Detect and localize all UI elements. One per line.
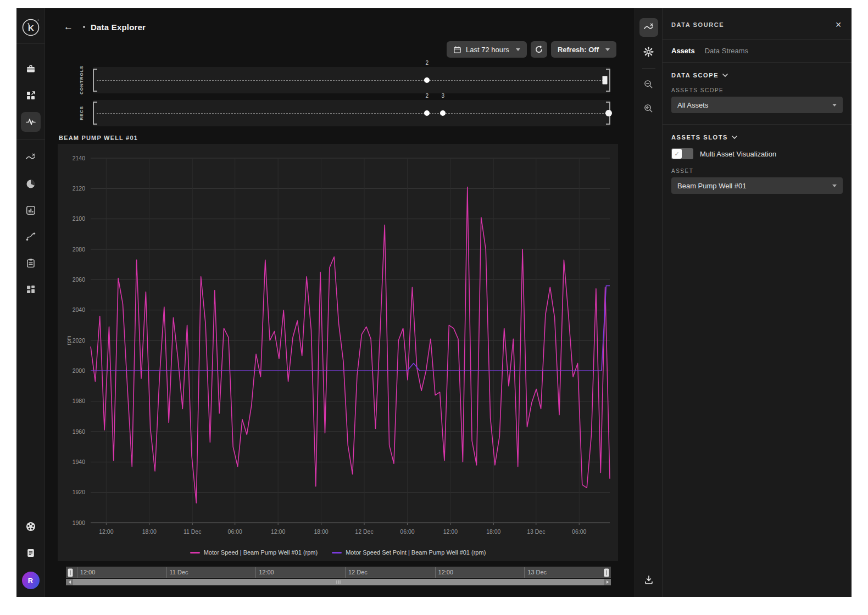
- track-marker-count: 2: [425, 93, 429, 99]
- back-button[interactable]: ←: [64, 21, 73, 32]
- band-separator: [166, 567, 167, 578]
- panel-title: DATA SOURCE: [671, 21, 724, 28]
- trend-tool-button[interactable]: [639, 18, 658, 37]
- assets-scope-value: All Assets: [677, 101, 708, 109]
- set-point-swatch: [332, 552, 342, 554]
- caret-down-icon: [605, 48, 610, 51]
- time-range-button[interactable]: Last 72 hours: [447, 41, 527, 58]
- sidebar-item-toolbox[interactable]: [21, 59, 41, 79]
- chart-settings-button[interactable]: [639, 42, 658, 61]
- x-tick-label: 18:00: [486, 528, 500, 535]
- chart-title: BEAM PUMP WELL #01: [59, 135, 138, 141]
- data-scope-section-header[interactable]: DATA SCOPE: [663, 63, 852, 79]
- close-icon[interactable]: ✕: [835, 20, 842, 29]
- y-tick-label: 2140: [73, 155, 86, 161]
- y-tick-label: 2120: [73, 185, 86, 192]
- refresh-mode-label: Refresh: Off: [558, 46, 599, 54]
- scroll-left-arrow[interactable]: [66, 579, 73, 585]
- track-marker-count: 2: [425, 60, 429, 66]
- sidebar-item-time-charts[interactable]: [21, 174, 41, 194]
- chart-panel[interactable]: 1900192019401960198020002020204020602080…: [58, 144, 618, 561]
- zoom-reset-button[interactable]: [639, 99, 658, 118]
- track-marker-dot[interactable]: [424, 110, 430, 116]
- toggle-check-icon: ✓: [672, 149, 682, 159]
- sidebar-item-bar-charts[interactable]: [21, 200, 41, 220]
- sidebar-item-data-explorer[interactable]: [21, 112, 41, 132]
- assets-scope-select[interactable]: All Assets: [671, 97, 843, 113]
- x-tick-label: 06:00: [572, 528, 586, 535]
- refresh-button[interactable]: [531, 41, 547, 58]
- time-chart-icon: [25, 178, 36, 189]
- time-range-label: Last 72 hours: [466, 46, 509, 54]
- data-source-panel: DATA SOURCE ✕ Assets Data Streams DATA S…: [662, 8, 852, 597]
- x-tick-label: 12:00: [443, 528, 458, 535]
- download-icon: [643, 574, 654, 585]
- multi-asset-toggle[interactable]: ✓: [671, 148, 693, 159]
- scroll-right-arrow[interactable]: [604, 579, 611, 585]
- trend-tool-icon: [643, 22, 654, 33]
- recs-track[interactable]: RECS 23: [93, 100, 610, 126]
- refresh-mode-button[interactable]: Refresh: Off: [551, 41, 616, 58]
- legend-item-set-point[interactable]: Motor Speed Set Point | Beam Pump Well #…: [332, 549, 486, 556]
- sidebar-item-docs[interactable]: [21, 543, 41, 563]
- caret-down-icon: [832, 185, 837, 187]
- time-brush-band[interactable]: 12:0011 Dec12:0012 Dec12:0013 Dec: [66, 567, 611, 578]
- zoom-out-icon: [643, 79, 654, 90]
- refresh-icon: [535, 45, 543, 54]
- caret-down-icon: [516, 48, 520, 51]
- svg-text:K: K: [28, 23, 34, 32]
- set-point-line[interactable]: [91, 286, 610, 371]
- sidebar-item-dashboards[interactable]: [21, 86, 41, 105]
- scrollbar-thumb[interactable]: [73, 579, 604, 585]
- tab-assets[interactable]: Assets: [671, 47, 695, 55]
- motor-speed-line[interactable]: [91, 187, 610, 503]
- asset-value: Beam Pump Well #01: [677, 182, 747, 190]
- controls-track[interactable]: CONTROLS 2: [93, 67, 610, 93]
- band-time-label: 13 Dec: [527, 569, 547, 575]
- user-avatar[interactable]: R: [22, 572, 40, 589]
- sidebar-item-support[interactable]: [21, 517, 41, 536]
- sidebar-item-workflows[interactable]: [21, 227, 41, 247]
- workflow-icon: [25, 231, 36, 242]
- sidebar-item-trends[interactable]: [21, 148, 41, 167]
- asset-select[interactable]: Beam Pump Well #01: [671, 177, 843, 194]
- tab-data-streams[interactable]: Data Streams: [705, 47, 748, 55]
- band-separator: [255, 567, 256, 578]
- y-axis-title: rpm: [66, 336, 72, 345]
- sidebar-item-tasks[interactable]: [21, 253, 41, 273]
- page-header: ← Data Explorer: [45, 20, 146, 33]
- track-end-marker[interactable]: [605, 110, 612, 116]
- panel-tabs: Assets Data Streams: [663, 40, 852, 63]
- recs-track-label: RECS: [79, 100, 84, 126]
- app-logo[interactable]: K: [16, 8, 44, 44]
- blocks-icon: [25, 284, 36, 295]
- track-dashed-line: [97, 113, 607, 114]
- zoom-out-button[interactable]: [639, 75, 658, 93]
- legend-item-motor-speed[interactable]: Motor Speed | Beam Pump Well #01 (rpm): [190, 549, 318, 556]
- track-dashed-line: [97, 80, 607, 81]
- track-end-marker[interactable]: [603, 76, 608, 85]
- document-icon: [25, 547, 36, 558]
- y-tick-label: 2060: [73, 276, 86, 283]
- y-tick-label: 2000: [73, 367, 86, 374]
- brush-handle-right[interactable]: [604, 568, 609, 577]
- motor-speed-swatch: [190, 552, 200, 554]
- timeseries-chart[interactable]: 1900192019401960198020002020204020602080…: [58, 144, 618, 540]
- sidebar-item-apps[interactable]: [21, 279, 41, 299]
- track-marker-dot[interactable]: [424, 77, 430, 83]
- download-button[interactable]: [639, 571, 658, 589]
- band-separator: [77, 567, 77, 578]
- bar-chart-icon: [25, 205, 36, 216]
- page-title: Data Explorer: [91, 23, 146, 32]
- clipboard-icon: [25, 258, 36, 269]
- track-marker-dot[interactable]: [440, 110, 446, 116]
- x-tick-label: 18:00: [142, 528, 157, 535]
- y-tick-label: 2080: [73, 246, 86, 253]
- brush-handle-left[interactable]: [68, 568, 73, 577]
- x-tick-label: 11 Dec: [183, 528, 202, 535]
- x-tick-label: 12 Dec: [355, 528, 373, 535]
- track-marker-count: 3: [442, 93, 445, 99]
- x-tick-label: 12:00: [99, 528, 113, 535]
- assets-slots-section-header[interactable]: ASSETS SLOTS: [663, 125, 852, 141]
- horizontal-scrollbar[interactable]: [66, 579, 611, 585]
